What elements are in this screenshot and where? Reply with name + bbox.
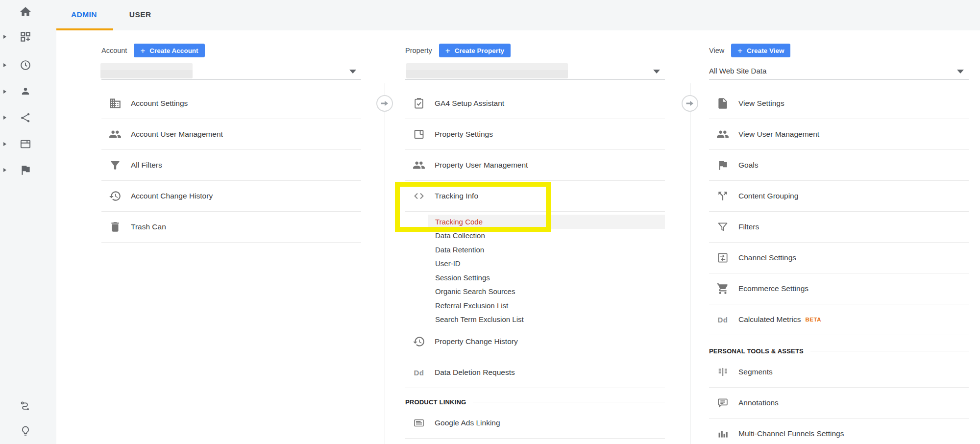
sidebar-item-audience[interactable]	[12, 85, 24, 98]
menu-item-property-settings[interactable]: Property Settings	[405, 119, 665, 150]
funnel-outline-icon	[716, 221, 729, 233]
menu-item-label: Segments	[738, 368, 773, 376]
view-selector[interactable]: All Web Site Data	[709, 63, 969, 80]
menu-item-account-change-history[interactable]: Account Change History	[101, 181, 361, 212]
view-selector-value: All Web Site Data	[709, 67, 766, 75]
property-column-header: Property + Create Property	[405, 43, 511, 58]
account-menu: Account SettingsAccount User ManagementA…	[101, 88, 361, 243]
sidebar-item-conversions[interactable]	[12, 164, 24, 176]
menu-item-filters[interactable]: Filters	[709, 212, 969, 243]
menu-item-label: Content Grouping	[738, 192, 798, 200]
create-property-button[interactable]: + Create Property	[439, 44, 511, 57]
product-linking-header: PRODUCT LINKING	[405, 396, 665, 408]
sidebar-item-realtime[interactable]	[12, 59, 24, 72]
menu-item-multi-channel-funnels-settings[interactable]: Multi-Channel Funnels Settings	[709, 419, 969, 444]
menu-item-channel-settings[interactable]: Channel Settings	[709, 243, 969, 273]
people-icon	[413, 159, 425, 172]
submenu-item-data-collection[interactable]: Data Collection	[428, 229, 665, 243]
expand-arrow-icon	[3, 63, 6, 67]
menu-item-label: Calculated Metrics	[738, 315, 801, 324]
people-icon	[109, 128, 122, 141]
submenu-item-referral-exclusion-list[interactable]: Referral Exclusion List	[428, 298, 665, 313]
sidebar-item-lightbulb[interactable]	[12, 425, 24, 438]
menu-item-calculated-metrics[interactable]: DdCalculated MetricsBETA	[709, 304, 969, 335]
sidebar-item-customization[interactable]	[12, 30, 24, 43]
menu-item-label: Ecommerce Settings	[738, 284, 808, 293]
account-column-header: Account + Create Account	[101, 43, 205, 58]
menu-item-segments[interactable]: Segments	[709, 357, 969, 388]
menu-item-property-user-management[interactable]: Property User Management	[405, 150, 665, 181]
expand-arrow-icon	[3, 116, 6, 120]
acquisition-icon	[19, 111, 32, 124]
account-column-label: Account	[101, 47, 127, 54]
view-column-label: View	[709, 47, 724, 54]
submenu-item-organic-search-sources[interactable]: Organic Search Sources	[428, 285, 665, 299]
plus-icon: +	[445, 47, 450, 55]
account-selector[interactable]	[101, 63, 361, 80]
channel-icon	[716, 251, 729, 264]
bars-icon	[716, 427, 729, 440]
submenu-item-search-term-exclusion-list[interactable]: Search Term Exclusion List	[428, 313, 665, 327]
sidebar-item-home[interactable]	[12, 5, 24, 18]
menu-item-ecommerce-settings[interactable]: Ecommerce Settings	[709, 273, 969, 304]
menu-item-label: Multi-Channel Funnels Settings	[738, 429, 844, 438]
sidebar-item-attribution[interactable]	[12, 399, 24, 412]
create-account-button[interactable]: + Create Account	[134, 44, 204, 57]
menu-item-property-change-history[interactable]: Property Change History	[405, 326, 665, 357]
funnel-icon	[109, 159, 122, 172]
tab-user[interactable]: USER	[113, 0, 168, 30]
menu-item-trash-can[interactable]: Trash Can	[101, 212, 361, 243]
document-icon	[716, 97, 729, 110]
view-column-header: View + Create View	[709, 43, 790, 58]
tracking-info-submenu: Tracking CodeData CollectionData Retenti…	[428, 212, 665, 326]
code-brackets-icon	[413, 190, 425, 202]
create-view-button[interactable]: + Create View	[731, 44, 790, 57]
menu-item-tracking-info[interactable]: Tracking Info	[405, 181, 665, 212]
menu-item-view-user-management[interactable]: View User Management	[709, 119, 969, 150]
dropdown-arrow-icon	[349, 70, 356, 74]
menu-item-ga4-setup-assistant[interactable]: GA4 Setup Assistant	[405, 88, 665, 119]
menu-item-account-settings[interactable]: Account Settings	[101, 88, 361, 119]
audience-icon	[19, 85, 32, 98]
submenu-item-session-settings[interactable]: Session Settings	[428, 271, 665, 285]
tab-bar: ADMIN USER	[0, 0, 980, 30]
attribution-icon	[19, 399, 32, 412]
submenu-item-tracking-code[interactable]: Tracking Code	[428, 215, 665, 229]
menu-item-label: Trash Can	[131, 222, 166, 231]
tab-admin[interactable]: ADMIN	[55, 0, 113, 30]
property-column-label: Property	[405, 47, 432, 54]
realtime-icon	[19, 59, 32, 72]
submenu-item-data-retention[interactable]: Data Retention	[428, 243, 665, 257]
menu-item-label: GA4 Setup Assistant	[435, 99, 504, 108]
history-icon	[413, 335, 425, 348]
menu-item-annotations[interactable]: Annotations	[709, 388, 969, 419]
behavior-icon	[19, 138, 32, 150]
menu-item-google-ads-linking[interactable]: Google Ads Linking	[405, 408, 665, 439]
menu-item-goals[interactable]: Goals	[709, 150, 969, 181]
redacted-account-name	[100, 63, 193, 78]
expand-arrow-icon	[3, 168, 6, 172]
menu-item-data-deletion-requests[interactable]: DdData Deletion Requests	[405, 357, 665, 388]
submenu-item-user-id[interactable]: User-ID	[428, 257, 665, 271]
menu-item-label: Tracking Info	[435, 192, 478, 200]
left-nav-sidebar	[0, 0, 56, 444]
menu-item-view-settings[interactable]: View Settings	[709, 88, 969, 119]
sidebar-item-acquisition[interactable]	[12, 111, 24, 124]
people-icon	[716, 128, 729, 141]
menu-item-label: Goals	[738, 161, 759, 170]
history-icon	[109, 190, 122, 202]
property-selector[interactable]	[405, 63, 665, 80]
beta-badge: BETA	[806, 317, 821, 322]
expand-arrow-icon	[3, 35, 6, 39]
building-icon	[109, 97, 122, 110]
property-menu: GA4 Setup AssistantProperty SettingsProp…	[405, 88, 665, 388]
menu-item-label: View User Management	[738, 130, 819, 139]
create-account-label: Create Account	[149, 47, 198, 54]
section-label: PRODUCT LINKING	[405, 398, 466, 406]
menu-item-all-filters[interactable]: All Filters	[101, 150, 361, 181]
arrow-right-circle-icon	[681, 95, 699, 112]
sidebar-item-behavior[interactable]	[12, 138, 24, 150]
menu-item-account-user-management[interactable]: Account User Management	[101, 119, 361, 150]
menu-item-content-grouping[interactable]: Content Grouping	[709, 181, 969, 212]
menu-item-label: Property Settings	[435, 130, 493, 139]
